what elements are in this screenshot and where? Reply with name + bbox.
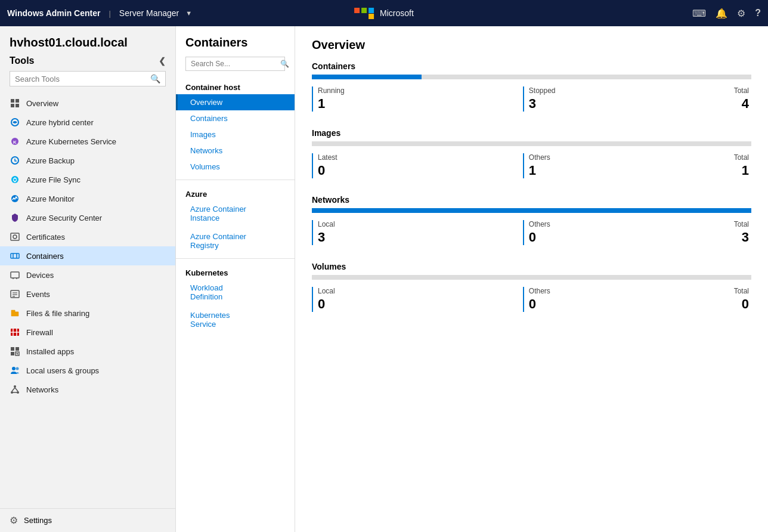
sidebar-item-networks[interactable]: Networks xyxy=(0,380,175,399)
middle-search-box: 🔍 xyxy=(185,57,285,71)
volumes-section-title: Volumes xyxy=(312,262,751,271)
volumes-stats-row: Local 0 Others 0 Total 0 xyxy=(312,287,751,312)
search-tools-input[interactable] xyxy=(15,75,150,83)
images-total-stat: Total 1 xyxy=(734,153,751,178)
middle-nav-volumes[interactable]: Volumes xyxy=(176,159,295,175)
containers-stopped-stat: Stopped 3 xyxy=(523,86,724,112)
sidebar-item-label: Installed apps xyxy=(26,347,74,356)
azure-monitor-icon xyxy=(10,193,20,204)
volumes-others-stat: Others 0 xyxy=(523,287,724,312)
containers-overview-section: Containers Running 1 Stopped 3 Total 4 xyxy=(312,61,751,112)
images-latest-stat: Latest 0 xyxy=(312,153,513,178)
settings-icon: ⚙ xyxy=(10,515,18,526)
tools-label: Tools ❮ xyxy=(10,55,166,66)
sidebar-item-azure-backup[interactable]: Azure Backup xyxy=(0,151,175,170)
server-manager-chevron[interactable]: ▼ xyxy=(185,10,192,17)
installed-apps-icon xyxy=(10,346,20,357)
sidebar-item-azure-hybrid[interactable]: Azure hybrid center xyxy=(0,113,175,132)
sidebar-item-events[interactable]: Events xyxy=(0,284,175,304)
sidebar-item-containers[interactable]: Containers xyxy=(0,246,175,265)
search-tools-box: 🔍 xyxy=(10,71,166,86)
app-brand[interactable]: Windows Admin Center xyxy=(7,8,100,18)
collapse-button[interactable]: ❮ xyxy=(159,56,166,66)
sidebar-footer-settings[interactable]: ⚙ Settings xyxy=(0,508,175,532)
sidebar-item-azure-monitor[interactable]: Azure Monitor xyxy=(0,189,175,208)
certificates-icon xyxy=(10,231,20,242)
sidebar-item-local-users[interactable]: Local users & groups xyxy=(0,361,175,380)
server-hostname: hvhost01.cloud.local xyxy=(10,36,166,50)
sidebar-item-label: Networks xyxy=(26,385,58,394)
sidebar-item-installed-apps[interactable]: Installed apps xyxy=(0,342,175,361)
sidebar-item-azure-kubernetes[interactable]: K Azure Kubernetes Service xyxy=(0,132,175,151)
containers-running-stat: Running 1 xyxy=(312,86,513,112)
containers-progress-bar xyxy=(312,75,751,79)
svg-point-29 xyxy=(12,367,16,370)
container-host-label: Container host xyxy=(176,78,295,94)
main-layout: hvhost01.cloud.local Tools ❮ 🔍 Overview xyxy=(0,26,768,532)
sidebar-item-label: Certificates xyxy=(26,233,65,242)
svg-point-30 xyxy=(16,367,19,370)
middle-panel: Containers 🔍 Container host Overview Con… xyxy=(176,26,295,532)
volumes-local-stat: Local 0 xyxy=(312,287,513,312)
gear-icon[interactable]: ⚙ xyxy=(737,8,745,19)
images-stats-row: Latest 0 Others 1 Total 1 xyxy=(312,153,751,178)
sidebar-item-azure-file-sync[interactable]: Azure File Sync xyxy=(0,170,175,189)
images-section-title: Images xyxy=(312,128,751,138)
middle-search-input[interactable] xyxy=(191,60,280,68)
svg-rect-9 xyxy=(11,233,19,240)
topbar-center: Microsoft xyxy=(354,8,414,19)
content-area: Overview Containers Running 1 Stopped 3 … xyxy=(295,26,768,532)
middle-nav-workload[interactable]: WorkloadDefinition xyxy=(176,280,295,305)
sidebar-item-label: Firewall xyxy=(26,328,53,337)
azure-file-sync-icon xyxy=(10,174,20,185)
topbar-left: Windows Admin Center | Server Manager ▼ xyxy=(7,8,192,18)
middle-nav-containers[interactable]: Containers xyxy=(176,110,295,126)
sidebar-item-certificates[interactable]: Certificates xyxy=(0,227,175,246)
settings-label: Settings xyxy=(24,516,52,525)
overview-icon xyxy=(10,98,20,109)
local-users-icon xyxy=(10,365,20,376)
volumes-progress-bar xyxy=(312,275,751,280)
networks-section-title: Networks xyxy=(312,195,751,205)
sidebar-item-label: Events xyxy=(26,290,50,299)
microsoft-label: Microsoft xyxy=(380,8,414,18)
volumes-total-stat: Total 0 xyxy=(734,287,751,312)
containers-section-title: Containers xyxy=(312,61,751,71)
sidebar-item-firewall[interactable]: Firewall xyxy=(0,323,175,342)
files-icon xyxy=(10,308,20,318)
networks-local-stat: Local 3 xyxy=(312,220,513,245)
containers-stats-row: Running 1 Stopped 3 Total 4 xyxy=(312,86,751,112)
middle-panel-title: Containers xyxy=(176,26,295,57)
sidebar-item-label: Azure hybrid center xyxy=(26,118,94,127)
images-overview-section: Images Latest 0 Others 1 Total 1 xyxy=(312,128,751,178)
sidebar-item-label: Azure Backup xyxy=(26,156,75,165)
azure-label: Azure xyxy=(176,185,295,201)
middle-nav-overview[interactable]: Overview xyxy=(176,94,295,110)
topbar: Windows Admin Center | Server Manager ▼ … xyxy=(0,0,768,26)
middle-nav-networks[interactable]: Networks xyxy=(176,143,295,159)
middle-nav-aci[interactable]: Azure ContainerInstance xyxy=(176,201,295,226)
sidebar-item-azure-security[interactable]: Azure Security Center xyxy=(0,208,175,227)
sidebar-item-overview[interactable]: Overview xyxy=(0,94,175,113)
terminal-icon[interactable]: ⌨ xyxy=(692,8,706,19)
middle-nav-acr[interactable]: Azure ContainerRegistry xyxy=(176,228,295,253)
sidebar-item-files[interactable]: Files & file sharing xyxy=(0,304,175,323)
images-others-stat: Others 1 xyxy=(523,153,724,178)
containers-total-stat: Total 4 xyxy=(734,86,751,112)
events-icon xyxy=(10,289,20,299)
server-manager-label[interactable]: Server Manager xyxy=(119,8,179,18)
middle-nav-k8s-service[interactable]: KubernetesService xyxy=(176,307,295,332)
sidebar: hvhost01.cloud.local Tools ❮ 🔍 Overview xyxy=(0,26,176,532)
svg-rect-0 xyxy=(11,99,14,103)
azure-hybrid-icon xyxy=(10,117,20,128)
help-icon[interactable]: ? xyxy=(755,8,761,18)
sidebar-item-devices[interactable]: Devices xyxy=(0,265,175,284)
sidebar-nav: Overview Azure hybrid center K Azure Kub… xyxy=(0,94,175,508)
microsoft-logo xyxy=(354,8,374,19)
networks-stats-row: Local 3 Others 0 Total 3 xyxy=(312,220,751,245)
sidebar-item-label: Files & file sharing xyxy=(26,309,89,318)
volumes-overview-section: Volumes Local 0 Others 0 Total 0 xyxy=(312,262,751,312)
topbar-divider: | xyxy=(109,9,110,18)
middle-nav-images[interactable]: Images xyxy=(176,126,295,143)
bell-icon[interactable]: 🔔 xyxy=(716,8,727,19)
